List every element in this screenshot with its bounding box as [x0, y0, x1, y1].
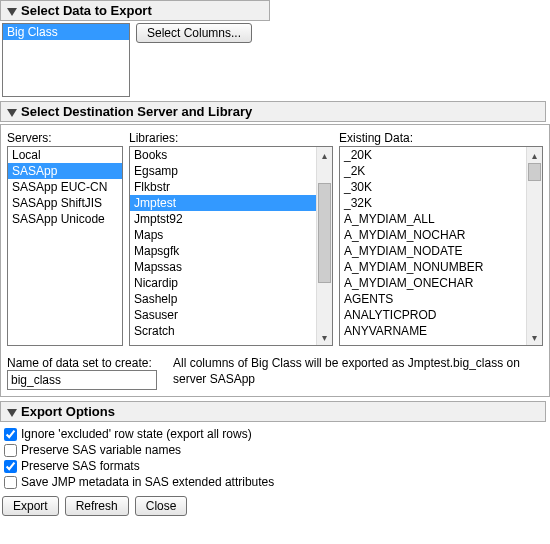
- export-options-title: Export Options: [21, 404, 115, 419]
- list-item[interactable]: A_MYDIAM_NONUMBER: [340, 259, 542, 275]
- list-item[interactable]: _30K: [340, 179, 542, 195]
- scroll-up-icon[interactable]: ▴: [317, 147, 332, 163]
- scroll-thumb[interactable]: [318, 183, 331, 283]
- select-data-header[interactable]: Select Data to Export: [0, 0, 270, 21]
- list-item[interactable]: Scratch: [130, 323, 332, 339]
- select-data-panel: Select Data to Export Big Class Select C…: [0, 0, 550, 97]
- list-item[interactable]: Jmptest: [130, 195, 332, 211]
- option-label: Preserve SAS formats: [21, 459, 140, 473]
- list-item[interactable]: Local: [8, 147, 122, 163]
- disclosure-icon[interactable]: [7, 409, 17, 417]
- list-item[interactable]: SASApp ShiftJIS: [8, 195, 122, 211]
- list-item[interactable]: SASApp Unicode: [8, 211, 122, 227]
- select-destination-body: Servers: LocalSASAppSASApp EUC-CNSASApp …: [0, 124, 550, 397]
- list-item[interactable]: Egsamp: [130, 163, 332, 179]
- list-item[interactable]: AGENTS: [340, 291, 542, 307]
- checkbox[interactable]: [4, 428, 17, 441]
- list-item[interactable]: SASApp: [8, 163, 122, 179]
- list-item[interactable]: Mapsgfk: [130, 243, 332, 259]
- list-item[interactable]: Mapssas: [130, 259, 332, 275]
- option-label: Preserve SAS variable names: [21, 443, 181, 457]
- list-item[interactable]: Sasuser: [130, 307, 332, 323]
- export-option[interactable]: Save JMP metadata in SAS extended attrib…: [4, 474, 546, 490]
- close-button[interactable]: Close: [135, 496, 188, 516]
- scroll-up-icon[interactable]: ▴: [527, 147, 542, 163]
- export-option[interactable]: Preserve SAS formats: [4, 458, 546, 474]
- export-option[interactable]: Ignore 'excluded' row state (export all …: [4, 426, 546, 442]
- list-item[interactable]: Books: [130, 147, 332, 163]
- select-destination-title: Select Destination Server and Library: [21, 104, 252, 119]
- existing-data-label: Existing Data:: [339, 131, 543, 145]
- list-item[interactable]: Flkbstr: [130, 179, 332, 195]
- dataset-name-label: Name of data set to create:: [7, 356, 157, 370]
- export-summary-text: All columns of Big Class will be exporte…: [163, 356, 543, 387]
- export-options-panel: Export Options Ignore 'excluded' row sta…: [0, 401, 550, 492]
- list-item[interactable]: ANALYTICPROD: [340, 307, 542, 323]
- checkbox[interactable]: [4, 444, 17, 457]
- list-item[interactable]: _32K: [340, 195, 542, 211]
- data-to-export-list[interactable]: Big Class: [2, 23, 130, 97]
- scrollbar[interactable]: ▴ ▾: [316, 147, 332, 345]
- scrollbar[interactable]: ▴ ▾: [526, 147, 542, 345]
- checkbox[interactable]: [4, 476, 17, 489]
- list-item[interactable]: _20K: [340, 147, 542, 163]
- servers-list[interactable]: LocalSASAppSASApp EUC-CNSASApp ShiftJISS…: [7, 146, 123, 346]
- list-item[interactable]: Jmptst92: [130, 211, 332, 227]
- scroll-thumb[interactable]: [528, 163, 541, 181]
- list-item[interactable]: A_MYDIAM_NOCHAR: [340, 227, 542, 243]
- select-columns-button[interactable]: Select Columns...: [136, 23, 252, 43]
- list-item[interactable]: A_MYDIAM_NODATE: [340, 243, 542, 259]
- dataset-name-input[interactable]: [7, 370, 157, 390]
- list-item[interactable]: A_MYDIAM_ALL: [340, 211, 542, 227]
- disclosure-icon[interactable]: [7, 8, 17, 16]
- list-item[interactable]: SASApp EUC-CN: [8, 179, 122, 195]
- export-option[interactable]: Preserve SAS variable names: [4, 442, 546, 458]
- footer-buttons: Export Refresh Close: [0, 496, 550, 516]
- list-item[interactable]: Nicardip: [130, 275, 332, 291]
- list-item[interactable]: Maps: [130, 227, 332, 243]
- checkbox[interactable]: [4, 460, 17, 473]
- list-item[interactable]: Big Class: [3, 24, 129, 40]
- servers-label: Servers:: [7, 131, 123, 145]
- libraries-list[interactable]: BooksEgsampFlkbstrJmptestJmptst92MapsMap…: [129, 146, 333, 346]
- select-data-title: Select Data to Export: [21, 3, 152, 18]
- refresh-button[interactable]: Refresh: [65, 496, 129, 516]
- existing-data-list[interactable]: _20K_2K_30K_32KA_MYDIAM_ALLA_MYDIAM_NOCH…: [339, 146, 543, 346]
- list-item[interactable]: ANYVARNAME: [340, 323, 542, 339]
- select-destination-header[interactable]: Select Destination Server and Library: [0, 101, 546, 122]
- list-item[interactable]: A_MYDIAM_ONECHAR: [340, 275, 542, 291]
- export-button[interactable]: Export: [2, 496, 59, 516]
- libraries-label: Libraries:: [129, 131, 333, 145]
- disclosure-icon[interactable]: [7, 109, 17, 117]
- select-destination-panel: Select Destination Server and Library Se…: [0, 101, 550, 397]
- export-options-body: Ignore 'excluded' row state (export all …: [0, 424, 550, 492]
- list-item[interactable]: _2K: [340, 163, 542, 179]
- option-label: Save JMP metadata in SAS extended attrib…: [21, 475, 274, 489]
- option-label: Ignore 'excluded' row state (export all …: [21, 427, 252, 441]
- export-options-header[interactable]: Export Options: [0, 401, 546, 422]
- scroll-down-icon[interactable]: ▾: [527, 329, 542, 345]
- list-item[interactable]: Sashelp: [130, 291, 332, 307]
- scroll-down-icon[interactable]: ▾: [317, 329, 332, 345]
